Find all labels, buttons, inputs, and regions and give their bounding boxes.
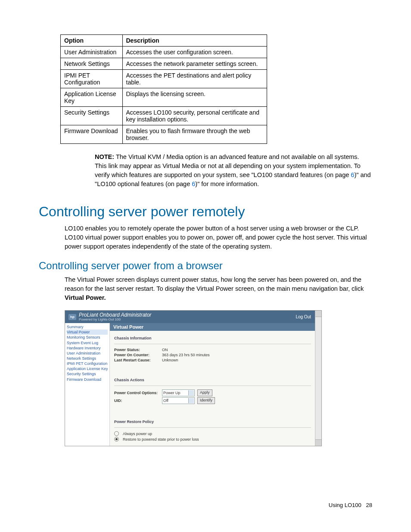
footer-page-number: 28 [366, 502, 372, 508]
options-table: Option Description User AdministrationAc… [60, 34, 267, 144]
nav-item-security[interactable]: Security Settings [67, 371, 108, 376]
radio-always-power-up[interactable]: Always power up [114, 431, 311, 436]
apply-button[interactable]: Apply [197, 389, 212, 396]
power-on-counter-label: Power On Counter: [114, 353, 159, 357]
brand-subtitle: Powered by Lights-Out 100 [79, 317, 151, 321]
nav-item-virtual-power[interactable]: Virtual Power [67, 330, 108, 335]
power-control-label: Power Control Options: [114, 391, 159, 395]
note-text: )" for more information. [195, 180, 259, 187]
panel-title: Virtual Power [110, 323, 315, 331]
nav-item-hardware[interactable]: Hardware Inventory [67, 345, 108, 351]
table-header-row: Option Description [61, 35, 267, 47]
uid-label: UID: [114, 398, 159, 403]
nav-item-ipmi[interactable]: IPMI PET Configuration [67, 361, 108, 366]
col-option: Option [61, 35, 123, 47]
sidebar-nav: Summary Virtual Power Monitoring Sensors… [65, 323, 110, 446]
document-page: Option Description User AdministrationAc… [0, 0, 411, 532]
power-on-counter-value: 363 days 23 hrs 50 minutes [162, 353, 210, 357]
embedded-screenshot: hp ProLiant Onboard Administrator Powere… [65, 310, 322, 446]
nav-item-network[interactable]: Network Settings [67, 356, 108, 361]
col-description: Description [122, 35, 267, 47]
note-block: NOTE: The Virtual KVM / Media option is … [95, 152, 372, 189]
heading-1: Controlling server power remotely [39, 204, 372, 220]
last-restart-label: Last Restart Cause: [114, 358, 159, 362]
radio-icon [114, 437, 119, 442]
note-label: NOTE: [95, 153, 114, 160]
nav-item-summary[interactable]: Summary [67, 324, 108, 330]
section-chassis-info: Chassis Information [114, 336, 311, 340]
table-row: IPMI PET ConfigurationAccesses the PET d… [61, 70, 267, 88]
power-control-select[interactable]: Power Up [162, 389, 195, 396]
table-row: Application License KeyDisplays the lice… [61, 88, 267, 107]
power-status-label: Power Status: [114, 348, 159, 352]
brand-title: ProLiant Onboard Administrator [79, 312, 151, 317]
nav-item-monitoring[interactable]: Monitoring Sensors [67, 335, 108, 340]
paragraph: The Virtual Power screen displays curren… [65, 275, 372, 302]
brand: hp ProLiant Onboard Administrator Powere… [68, 312, 151, 321]
main-panel: Virtual Power Chassis Information Power … [110, 323, 315, 446]
radio-restore-state[interactable]: Restore to powered state prior to power … [114, 437, 311, 442]
table-row: Firmware DownloadEnables you to flash fi… [61, 125, 267, 144]
scrollbar[interactable] [315, 311, 321, 446]
page-footer: Using LO100 28 [329, 502, 372, 508]
hp-logo-icon: hp [68, 314, 76, 320]
logout-link[interactable]: Log Out [296, 314, 311, 319]
table-row: User AdministrationAccesses the user con… [61, 47, 267, 58]
table-row: Security SettingsAccesses LO100 security… [61, 107, 267, 125]
table-row: Network SettingsAccesses the network par… [61, 58, 267, 70]
heading-2: Controlling server power from a browser [39, 260, 372, 272]
section-power-restore: Power Restore Policy [114, 420, 311, 424]
nav-item-user-admin[interactable]: User Administration [67, 351, 108, 356]
nav-item-firmware[interactable]: Firmware Download [67, 377, 108, 382]
last-restart-value: Unknown [162, 358, 178, 362]
footer-section: Using LO100 [329, 502, 361, 508]
section-chassis-actions: Chassis Actions [114, 378, 311, 382]
nav-item-event-log[interactable]: System Event Log [67, 340, 108, 345]
nav-item-license[interactable]: Application License Key [67, 366, 108, 371]
identify-button[interactable]: Identify [197, 397, 215, 404]
app-header: hp ProLiant Onboard Administrator Powere… [65, 311, 321, 323]
note-text: The Virtual KVM / Media option is an adv… [95, 153, 361, 178]
power-status-value: ON [162, 348, 168, 352]
radio-icon [114, 431, 119, 436]
paragraph: LO100 enables you to remotely operate th… [65, 224, 372, 251]
uid-select[interactable]: Off [162, 397, 195, 404]
